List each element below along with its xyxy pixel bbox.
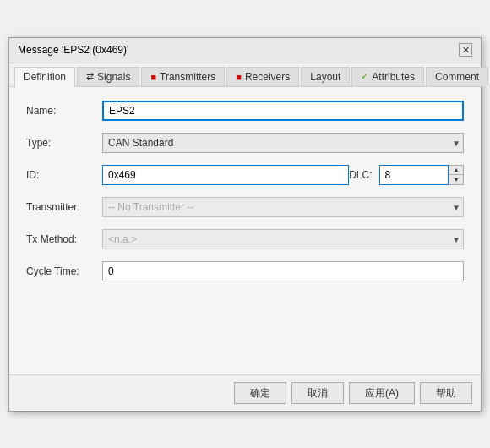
cycle-time-input[interactable] — [102, 261, 464, 281]
name-row: Name: — [26, 101, 464, 121]
attributes-icon: ✓ — [361, 71, 368, 82]
cycle-time-input-wrap — [102, 261, 464, 281]
transmitter-label: Transmitter: — [26, 201, 102, 213]
tab-signals[interactable]: ⇄ Signals — [77, 67, 139, 86]
cycle-time-row: Cycle Time: — [26, 261, 464, 281]
footer: 确定 取消 应用(A) 帮助 — [9, 374, 481, 411]
tab-comment-label: Comment — [435, 71, 479, 83]
tab-transmitters-label: Transmitters — [160, 71, 215, 83]
tab-transmitters[interactable]: ■ Transmitters — [141, 67, 225, 86]
apply-button[interactable]: 应用(A) — [349, 382, 415, 404]
close-button[interactable]: ✕ — [459, 43, 472, 57]
dlc-spinner-buttons: ▲ ▼ — [449, 165, 464, 185]
tab-bar: Definition ⇄ Signals ■ Transmitters ■ Re… — [9, 63, 481, 87]
dlc-label: DLC: — [349, 169, 378, 181]
tab-receivers-label: Receivers — [245, 71, 290, 83]
type-row: Type: CAN Standard CAN Extended CAN FD S… — [26, 133, 464, 153]
content-area: Name: Type: CAN Standard CAN Extended CA… — [9, 87, 481, 374]
transmitters-icon: ■ — [150, 72, 156, 82]
tx-method-label: Tx Method: — [26, 233, 102, 245]
tx-method-row: Tx Method: <n.a.> ▼ — [26, 229, 464, 249]
tab-attributes-label: Attributes — [372, 71, 415, 83]
type-label: Type: — [26, 137, 102, 149]
tab-receivers[interactable]: ■ Receivers — [226, 67, 299, 86]
cycle-time-label: Cycle Time: — [26, 265, 102, 277]
id-input[interactable] — [102, 165, 349, 185]
receivers-icon: ■ — [236, 72, 242, 82]
type-select[interactable]: CAN Standard CAN Extended CAN FD Standar… — [102, 133, 464, 153]
dlc-input[interactable] — [379, 165, 449, 185]
name-input[interactable] — [102, 101, 464, 121]
confirm-button[interactable]: 确定 — [234, 382, 286, 404]
name-input-wrap — [102, 101, 464, 121]
help-button[interactable]: 帮助 — [420, 382, 472, 404]
tx-method-select-wrap: <n.a.> ▼ — [102, 229, 464, 249]
transmitter-row: Transmitter: -- No Transmitter -- ▼ — [26, 197, 464, 217]
tx-method-select[interactable]: <n.a.> — [102, 229, 464, 249]
empty-area — [26, 293, 464, 361]
tab-layout-label: Layout — [310, 71, 340, 83]
transmitter-select[interactable]: -- No Transmitter -- — [102, 197, 464, 217]
tab-comment[interactable]: Comment — [426, 67, 488, 86]
type-select-wrap: CAN Standard CAN Extended CAN FD Standar… — [102, 133, 464, 153]
tab-definition[interactable]: Definition — [14, 67, 75, 87]
tab-layout[interactable]: Layout — [301, 67, 350, 86]
dlc-decrement-button[interactable]: ▼ — [449, 175, 463, 184]
window-title: Message 'EPS2 (0x469)' — [18, 44, 128, 56]
dlc-spinner: ▲ ▼ — [379, 165, 464, 185]
tab-definition-label: Definition — [24, 71, 66, 83]
title-bar: Message 'EPS2 (0x469)' ✕ — [9, 38, 481, 63]
tab-attributes[interactable]: ✓ Attributes — [351, 67, 424, 86]
signals-icon: ⇄ — [86, 71, 94, 82]
cancel-button[interactable]: 取消 — [291, 382, 344, 404]
name-label: Name: — [26, 105, 102, 117]
dlc-increment-button[interactable]: ▲ — [449, 166, 463, 175]
main-window: Message 'EPS2 (0x469)' ✕ Definition ⇄ Si… — [8, 37, 482, 412]
tab-signals-label: Signals — [97, 71, 130, 83]
id-dlc-row: ID: DLC: ▲ ▼ — [26, 165, 464, 185]
transmitter-select-wrap: -- No Transmitter -- ▼ — [102, 197, 464, 217]
id-label: ID: — [26, 169, 102, 181]
